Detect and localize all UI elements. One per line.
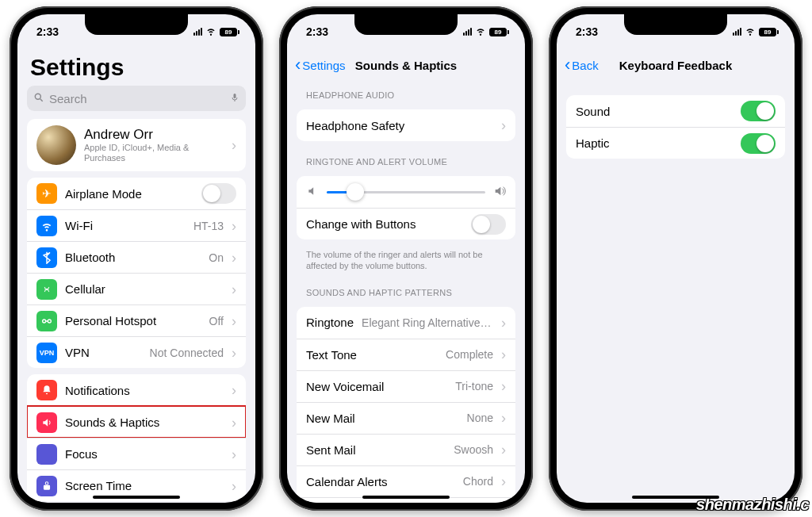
row-wifi[interactable]: Wi-Fi HT-13 › xyxy=(27,209,246,241)
search-placeholder: Search xyxy=(49,92,87,105)
chevron-right-icon: › xyxy=(232,383,236,397)
back-button[interactable]: ‹ Settings xyxy=(295,56,346,74)
home-indicator[interactable] xyxy=(362,496,450,499)
svg-rect-2 xyxy=(234,94,236,98)
row-notifications[interactable]: Notifications › xyxy=(27,374,246,406)
chevron-right-icon: › xyxy=(501,379,506,393)
home-indicator[interactable] xyxy=(93,496,180,499)
wifi-value: HT-13 xyxy=(101,220,224,232)
back-label: Back xyxy=(572,59,598,72)
svg-point-6 xyxy=(48,320,51,323)
wifi-label: Wi-Fi xyxy=(65,219,93,232)
signal-icon xyxy=(193,28,202,36)
sound-toggle[interactable] xyxy=(741,101,776,121)
chevron-right-icon: › xyxy=(501,316,506,330)
headphone-safety-label: Headphone Safety xyxy=(306,119,404,132)
mic-icon[interactable] xyxy=(230,91,239,106)
sounds-icon xyxy=(36,412,57,433)
cellular-label: Cellular xyxy=(65,282,105,296)
row-vpn[interactable]: VPN VPN Not Connected › xyxy=(27,336,246,368)
airplane-label: Airplane Mode xyxy=(65,187,142,201)
chevron-right-icon: › xyxy=(232,314,236,328)
volume-high-icon xyxy=(493,185,506,200)
wifi-icon xyxy=(475,25,486,39)
chevron-right-icon: › xyxy=(232,346,236,360)
chevron-right-icon: › xyxy=(232,282,236,297)
row-sounds-haptics[interactable]: Sounds & Haptics › xyxy=(27,406,246,438)
notch xyxy=(624,14,727,35)
row-new-mail[interactable]: New Mail None › xyxy=(297,402,515,434)
search-input[interactable]: Search xyxy=(27,86,246,111)
row-headphone-safety[interactable]: Headphone Safety › xyxy=(297,109,515,141)
row-ringtone[interactable]: Ringtone Elegant Ring Alternative / Cle…… xyxy=(297,307,515,339)
status-time: 2:33 xyxy=(33,25,59,38)
home-indicator[interactable] xyxy=(632,496,719,499)
chevron-right-icon: › xyxy=(232,479,236,493)
row-text-tone[interactable]: Text Tone Complete › xyxy=(297,339,515,370)
header-ringtone-volume: RINGTONE AND ALERT VOLUME xyxy=(287,147,525,170)
battery-icon: 89 xyxy=(759,28,779,36)
chevron-right-icon: › xyxy=(232,219,236,233)
ringtone-label: Ringtone xyxy=(306,316,354,329)
texttone-label: Text Tone xyxy=(306,348,357,362)
status-time: 2:33 xyxy=(573,25,598,38)
profile-name: Andrew Orr xyxy=(84,127,224,143)
row-hotspot[interactable]: Personal Hotspot Off › xyxy=(27,304,246,336)
haptic-toggle[interactable] xyxy=(741,133,776,154)
row-cellular[interactable]: Cellular › xyxy=(27,273,246,304)
change-buttons-toggle[interactable] xyxy=(471,214,506,235)
row-sent-mail[interactable]: Sent Mail Swoosh › xyxy=(297,434,515,465)
sentmail-label: Sent Mail xyxy=(306,443,356,457)
svg-rect-8 xyxy=(44,484,50,489)
header-sound-patterns: SOUNDS AND HAPTIC PATTERNS xyxy=(287,278,525,301)
focus-label: Focus xyxy=(65,447,98,461)
volume-slider-row[interactable] xyxy=(297,176,515,208)
row-new-voicemail[interactable]: New Voicemail Tri-tone › xyxy=(297,370,515,402)
phone-settings: 2:33 89 Settings Search xyxy=(10,6,263,511)
footer-volume: The volume of the ringer and alerts will… xyxy=(287,246,525,278)
svg-point-0 xyxy=(35,94,40,99)
chevron-left-icon: ‹ xyxy=(565,56,570,74)
page-title: Settings xyxy=(17,49,255,86)
svg-point-4 xyxy=(46,288,48,289)
svg-line-1 xyxy=(40,98,43,101)
hotspot-value: Off xyxy=(164,315,224,327)
profile-sub: Apple ID, iCloud+, Media & Purchases xyxy=(84,143,224,163)
airplane-icon: ✈ xyxy=(36,183,57,204)
back-button[interactable]: ‹ Back xyxy=(565,56,599,74)
volume-low-icon xyxy=(306,186,319,199)
newmail-label: New Mail xyxy=(306,412,355,425)
sounds-label: Sounds & Haptics xyxy=(65,416,159,429)
wifi-icon xyxy=(745,25,756,39)
focus-icon xyxy=(36,444,57,465)
phone-keyboard-feedback: 2:33 89 ‹ Back Keyboard Feedback xyxy=(549,6,802,511)
chevron-right-icon: › xyxy=(501,411,506,425)
volume-slider[interactable] xyxy=(327,191,485,193)
chevron-right-icon: › xyxy=(232,138,236,152)
screentime-label: Screen Time xyxy=(65,479,132,492)
row-airplane-mode[interactable]: ✈ Airplane Mode xyxy=(27,178,246,209)
airplane-toggle[interactable] xyxy=(201,183,236,204)
row-bluetooth[interactable]: Bluetooth On › xyxy=(27,241,246,273)
calendar-label: Calendar Alerts xyxy=(306,475,388,488)
chevron-right-icon: › xyxy=(232,447,236,461)
row-calendar-alerts[interactable]: Calendar Alerts Chord › xyxy=(297,465,515,497)
signal-icon xyxy=(463,28,472,36)
notch xyxy=(85,14,188,35)
row-focus[interactable]: Focus › xyxy=(27,438,246,469)
hotspot-label: Personal Hotspot xyxy=(65,314,156,327)
avatar xyxy=(36,125,76,165)
vpn-value: Not Connected xyxy=(98,347,224,359)
svg-point-5 xyxy=(43,320,46,323)
chevron-right-icon: › xyxy=(501,347,506,362)
row-haptic[interactable]: Haptic xyxy=(566,127,785,159)
cellular-icon xyxy=(36,279,57,300)
bluetooth-label: Bluetooth xyxy=(65,251,115,264)
row-change-with-buttons[interactable]: Change with Buttons xyxy=(297,208,515,239)
apple-id-row[interactable]: Andrew Orr Apple ID, iCloud+, Media & Pu… xyxy=(27,119,246,171)
screentime-icon xyxy=(36,476,57,496)
search-icon xyxy=(33,92,44,105)
battery-icon: 89 xyxy=(220,28,239,36)
row-sound[interactable]: Sound xyxy=(566,95,785,127)
voicemail-label: New Voicemail xyxy=(306,380,384,393)
